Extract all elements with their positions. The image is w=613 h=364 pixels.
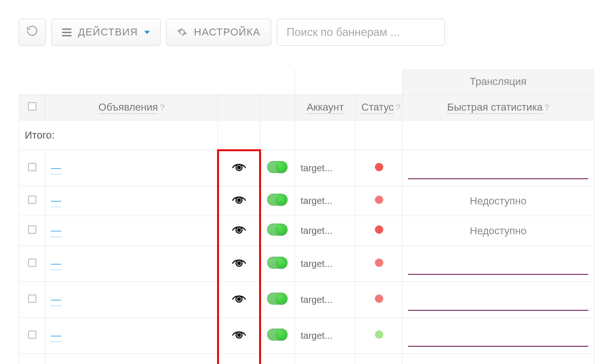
sparkline [408, 259, 588, 275]
header-checkbox[interactable] [19, 95, 45, 120]
chevron-down-icon [144, 31, 150, 34]
enable-toggle[interactable] [267, 224, 288, 236]
header-status[interactable]: Статус? [356, 95, 402, 120]
eye-icon[interactable] [231, 164, 247, 175]
table-row: —target... [19, 282, 594, 318]
quick-stats-cell [402, 282, 594, 318]
row-checkbox[interactable] [28, 163, 36, 171]
svg-point-0 [237, 166, 241, 169]
actions-button[interactable]: ДЕЙСТВИЯ [51, 19, 161, 46]
table-container: Трансляция Объявления? Аккаунт Статус? Б… [19, 69, 594, 364]
header-quick-stats[interactable]: Быстрая статистика? [402, 95, 594, 120]
table-row: —target...Недоступно [19, 186, 594, 216]
ads-table: Трансляция Объявления? Аккаунт Статус? Б… [19, 69, 594, 364]
account-cell: target... [295, 246, 356, 282]
ad-name-link[interactable]: — [51, 224, 61, 237]
enable-toggle[interactable] [267, 194, 288, 206]
quick-stats-cell [402, 246, 594, 282]
status-dot-icon [375, 196, 383, 204]
ad-name-link[interactable]: — [51, 294, 61, 306]
sparkline [408, 163, 588, 179]
svg-point-2 [237, 198, 241, 202]
quick-stats-cell [402, 354, 594, 364]
table-row: —target... [19, 246, 594, 282]
quick-stats-cell [402, 150, 594, 186]
table-row: —target... [19, 318, 594, 354]
svg-point-6 [237, 261, 241, 265]
eye-icon[interactable] [231, 227, 247, 237]
status-dot-icon [375, 163, 383, 171]
header-account[interactable]: Аккаунт [295, 95, 356, 120]
header-ads[interactable]: Объявления? [45, 95, 218, 120]
total-row: Итого: [19, 120, 594, 150]
status-cell [356, 186, 402, 216]
gear-icon [177, 27, 187, 37]
enable-toggle[interactable] [267, 329, 288, 341]
checkbox-icon [28, 102, 36, 111]
svg-point-4 [237, 228, 241, 232]
header-preview [218, 95, 260, 120]
ad-name-link[interactable]: — [51, 162, 61, 175]
row-checkbox[interactable] [28, 196, 36, 204]
actions-label: ДЕЙСТВИЯ [78, 26, 138, 38]
sparkline [408, 295, 588, 311]
table-row: —target... [19, 354, 594, 364]
status-cell [356, 282, 402, 318]
status-cell [356, 216, 402, 246]
account-cell: target... [295, 318, 356, 354]
enable-toggle[interactable] [267, 293, 288, 305]
status-dot-icon [375, 330, 383, 339]
row-checkbox[interactable] [28, 259, 36, 267]
table-row: —target... [19, 150, 594, 186]
eye-icon[interactable] [231, 197, 247, 207]
account-cell: target... [295, 150, 356, 186]
account-cell: target... [295, 216, 356, 246]
eye-icon[interactable] [231, 296, 247, 306]
enable-toggle[interactable] [267, 257, 288, 269]
quick-stats-cell [402, 318, 594, 354]
refresh-button[interactable] [19, 19, 46, 46]
table-row: —target...Недоступно [19, 216, 594, 246]
header-toggle [260, 95, 295, 120]
quick-stats-cell: Недоступно [402, 186, 594, 216]
eye-icon[interactable] [231, 332, 247, 342]
row-checkbox[interactable] [28, 294, 36, 303]
svg-point-8 [237, 297, 241, 301]
status-cell [356, 318, 402, 354]
row-checkbox[interactable] [28, 225, 36, 234]
quick-stats-cell: Недоступно [402, 216, 594, 246]
account-cell: target... [295, 354, 356, 364]
status-dot-icon [375, 225, 383, 234]
account-cell: target... [295, 186, 356, 216]
account-cell: target... [295, 282, 356, 318]
row-checkbox[interactable] [28, 330, 36, 339]
sparkline [408, 331, 588, 347]
ad-name-link[interactable]: — [51, 195, 61, 207]
status-dot-icon [375, 294, 383, 303]
ad-name-link[interactable]: — [51, 329, 61, 342]
status-cell [356, 246, 402, 282]
enable-toggle[interactable] [267, 161, 288, 173]
total-label: Итого: [19, 120, 218, 150]
svg-point-10 [237, 333, 241, 337]
status-cell [356, 150, 402, 186]
status-dot-icon [375, 259, 383, 267]
status-cell [356, 354, 402, 364]
toolbar: ДЕЙСТВИЯ НАСТРОЙКА [0, 0, 613, 55]
refresh-icon [26, 25, 38, 40]
help-icon: ? [160, 103, 164, 112]
help-icon: ? [544, 103, 549, 112]
settings-button[interactable]: НАСТРОЙКА [166, 19, 271, 46]
search-input[interactable] [277, 19, 445, 46]
help-icon: ? [396, 103, 401, 112]
ad-name-link[interactable]: — [51, 258, 61, 270]
settings-label: НАСТРОЙКА [194, 26, 260, 38]
group-header-broadcast: Трансляция [402, 69, 594, 95]
eye-icon[interactable] [231, 260, 247, 270]
menu-icon [62, 28, 71, 36]
